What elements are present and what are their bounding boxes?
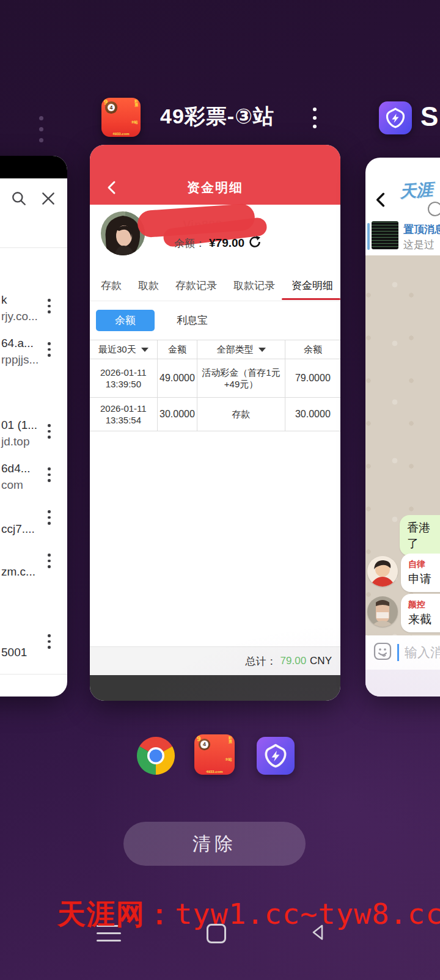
logo-badge-icon bbox=[428, 202, 440, 216]
left-app-card-browser[interactable]: k rjy.co... 64.a... rppjjs... 01 (1... j… bbox=[0, 156, 67, 697]
tab-withdraw-records[interactable]: 取款记录 bbox=[232, 271, 276, 300]
app-header-bar: 资金明细 bbox=[90, 145, 340, 205]
outgoing-message-bubble[interactable]: 香港 了 bbox=[400, 515, 440, 556]
avatar[interactable] bbox=[367, 556, 398, 587]
tab-deposit[interactable]: 存款 bbox=[100, 271, 123, 300]
cell-date: 2026-01-11 bbox=[100, 367, 147, 379]
lottery-app-icon[interactable]: 9 4 彩票 ③站 4933.com bbox=[194, 734, 235, 775]
item-menu-icon[interactable] bbox=[48, 299, 51, 313]
table-row: 2026-01-1113:39:50 49.0000 活动彩金（首存1元+49元… bbox=[90, 359, 340, 398]
pinned-preview: 这是过 bbox=[403, 238, 435, 252]
app-options-menu-icon[interactable] bbox=[313, 108, 317, 128]
lottery-icon-badge: ③站 bbox=[225, 757, 232, 762]
cell-amount: 49.0000 bbox=[160, 373, 195, 384]
close-icon[interactable] bbox=[40, 191, 56, 209]
tab-item-url: com bbox=[1, 478, 23, 492]
item-menu-icon[interactable] bbox=[48, 634, 51, 649]
funds-table: 最近30天 金额 全部类型 余额 2026-01-1113:39:50 49.0… bbox=[90, 340, 340, 431]
tab-bar: 存款 取款 存款记录 取款记录 资金明细 bbox=[90, 270, 340, 301]
cell-balance: 30.0000 bbox=[295, 409, 331, 420]
watermark-text: 天涯网： tyw1.cc~tyw8.cc bbox=[57, 896, 440, 934]
item-menu-icon[interactable] bbox=[48, 554, 51, 568]
watermark-site: 天涯网： bbox=[57, 896, 175, 934]
cell-date: 2026-01-11 bbox=[100, 403, 147, 415]
tab-item-title[interactable]: zm.c... bbox=[1, 565, 35, 579]
tab-withdraw[interactable]: 取款 bbox=[137, 271, 160, 300]
cell-balance: 79.0000 bbox=[295, 373, 331, 384]
app-navigation-strip bbox=[90, 675, 340, 701]
billiard-ball-icon: 4 bbox=[105, 101, 117, 113]
search-icon[interactable] bbox=[11, 191, 27, 209]
message-input-placeholder[interactable]: 输入消息 bbox=[405, 644, 440, 661]
cell-type: 存款 bbox=[232, 408, 251, 420]
right-app-card-chat[interactable]: 天涯 置顶消息 这是过 香港 了 自律 申请 bbox=[365, 158, 440, 697]
card-bottom-strip bbox=[365, 670, 440, 697]
incoming-message-bubble[interactable]: 自律 申请 bbox=[401, 554, 440, 592]
back-icon[interactable] bbox=[374, 192, 386, 210]
lottery-app-icon[interactable]: 9 4 彩票 ③站 4933.com bbox=[101, 98, 141, 137]
tab-item-title[interactable]: 5001 bbox=[1, 646, 27, 659]
tab-item-title[interactable]: 01 (1... bbox=[1, 419, 37, 432]
filter-type[interactable]: 全部类型 bbox=[197, 340, 285, 359]
sticker-icon[interactable] bbox=[373, 642, 392, 663]
cell-time: 13:35:54 bbox=[106, 414, 141, 426]
left-app-menu-dots-icon bbox=[39, 116, 43, 142]
col-amount: 金额 bbox=[158, 340, 198, 359]
item-menu-icon[interactable] bbox=[48, 510, 51, 525]
subtab-balance[interactable]: 余额 bbox=[96, 310, 155, 331]
refresh-icon[interactable] bbox=[248, 235, 262, 251]
chrome-app-icon[interactable] bbox=[137, 737, 175, 775]
cell-time: 13:39:50 bbox=[106, 378, 141, 390]
sender-name: 自律 bbox=[408, 558, 440, 570]
incoming-message-bubble[interactable]: 颜控 来截 bbox=[401, 594, 440, 632]
total-currency: CNY bbox=[310, 655, 332, 667]
chevron-down-icon bbox=[258, 348, 266, 352]
text-cursor bbox=[397, 644, 399, 661]
cell-type: 活动彩金（首存1元+49元） bbox=[199, 367, 283, 390]
lottery-icon-domain: 4933.com bbox=[194, 770, 235, 773]
pinned-title[interactable]: 置顶消息 bbox=[403, 222, 440, 236]
tab-item-title[interactable]: 6d4... bbox=[1, 462, 31, 475]
item-menu-icon[interactable] bbox=[48, 467, 51, 482]
divider bbox=[0, 247, 67, 248]
lottery-icon-badge: ③站 bbox=[131, 120, 138, 125]
security-app-icon[interactable] bbox=[379, 101, 412, 134]
chevron-down-icon bbox=[141, 348, 148, 352]
page-title: 资金明细 bbox=[90, 179, 340, 196]
lottery-icon-caipiao: 彩票 bbox=[134, 100, 138, 108]
subtab-interest[interactable]: 利息宝 bbox=[177, 313, 208, 327]
active-tab-underline bbox=[282, 298, 340, 300]
main-app-card-funds[interactable]: 资金明细 Vip888 余额： ¥79.00 bbox=[90, 145, 340, 701]
tab-funds-detail[interactable]: 资金明细 bbox=[290, 271, 334, 300]
item-menu-icon[interactable] bbox=[48, 342, 51, 357]
subtab-bar: 余额 利息宝 bbox=[90, 301, 340, 340]
tab-item-title[interactable]: ccj7.... bbox=[1, 522, 35, 536]
clear-all-button[interactable]: 清除 bbox=[123, 822, 306, 866]
total-footer: 总计： 79.00 CNY bbox=[90, 646, 340, 675]
pinned-thumbnail[interactable] bbox=[372, 221, 398, 249]
task-switcher-screen: 9 4 彩票 ③站 4933.com 49彩票-③站 S k rjy.co...… bbox=[0, 0, 440, 980]
watermark-urls: tyw1.cc~tyw8.cc bbox=[175, 897, 440, 931]
billiard-ball-icon: 4 bbox=[199, 739, 211, 751]
tab-deposit-records[interactable]: 存款记录 bbox=[174, 271, 218, 300]
shield-bolt-icon bbox=[384, 106, 407, 130]
item-menu-icon[interactable] bbox=[48, 424, 51, 439]
empty-list-area bbox=[90, 431, 340, 646]
tab-item-title[interactable]: 64.a... bbox=[1, 337, 34, 350]
tab-item-url: rppjjs... bbox=[1, 353, 38, 367]
security-app-icon[interactable] bbox=[257, 737, 295, 775]
balance-label: 余额： bbox=[174, 236, 205, 250]
profile-section: Vip888 余额： ¥79.00 bbox=[90, 205, 340, 270]
filter-date-range[interactable]: 最近30天 bbox=[90, 340, 158, 359]
pinned-marker bbox=[367, 223, 370, 250]
tab-item-url: rjy.co... bbox=[1, 310, 38, 323]
tab-item-title[interactable]: k bbox=[1, 293, 7, 307]
col-balance: 余额 bbox=[285, 340, 340, 359]
message-input-bar[interactable]: 输入消息 bbox=[365, 635, 440, 670]
total-label: 总计： bbox=[246, 654, 277, 668]
lottery-icon-domain: 4933.com bbox=[101, 132, 141, 136]
divider bbox=[0, 674, 67, 675]
avatar[interactable] bbox=[367, 596, 398, 627]
cell-amount: 30.0000 bbox=[160, 409, 195, 420]
total-value: 79.00 bbox=[280, 655, 307, 667]
